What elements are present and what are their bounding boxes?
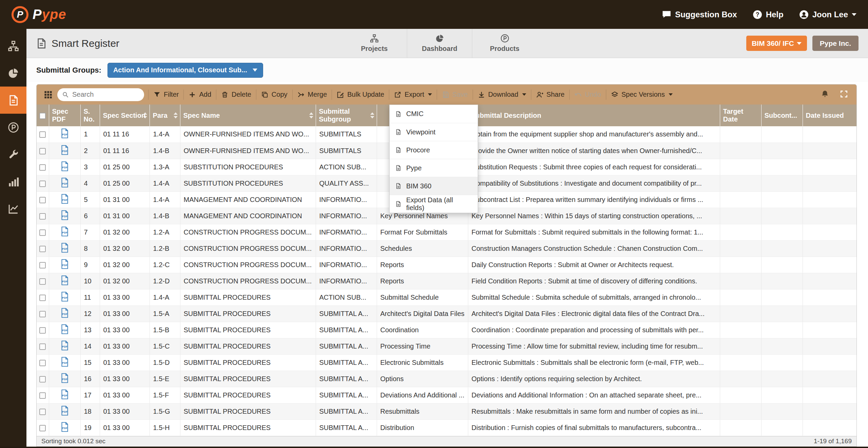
pdf-icon[interactable]: PDF — [60, 389, 69, 399]
pdf-icon[interactable]: PDF — [60, 406, 69, 416]
row-checkbox[interactable] — [39, 409, 46, 415]
subcontractor-cell[interactable] — [761, 338, 803, 354]
target-date-cell[interactable] — [720, 208, 761, 224]
export-menu-item[interactable]: Viewpoint — [390, 123, 478, 141]
notifications-button[interactable] — [821, 90, 829, 100]
user-menu[interactable]: Joon Lee — [799, 10, 856, 19]
sidebar-item-smart-register[interactable] — [0, 87, 26, 114]
tab-products[interactable]: Products — [472, 29, 537, 58]
pype-logo[interactable]: P Pype — [12, 6, 66, 23]
row-checkbox[interactable] — [39, 131, 46, 138]
export-menu-item[interactable]: Pype — [390, 159, 478, 177]
date-issued-cell[interactable] — [803, 191, 856, 208]
pdf-icon[interactable]: PDF — [60, 259, 69, 269]
sidebar-item-trends[interactable] — [0, 195, 26, 222]
submittal-groups-dropdown[interactable]: Action And Informational, Closeout Sub..… — [107, 63, 263, 78]
date-issued-cell[interactable] — [803, 143, 856, 159]
subcontractor-cell[interactable] — [761, 387, 803, 403]
export-menu-item[interactable]: CMIC — [390, 105, 478, 123]
target-date-cell[interactable] — [720, 354, 761, 371]
sort-icon[interactable] — [143, 112, 147, 118]
subcontractor-cell[interactable] — [761, 159, 803, 175]
col-s-no[interactable]: S. No. — [80, 105, 100, 126]
pdf-icon[interactable]: PDF — [60, 210, 69, 220]
pdf-icon[interactable]: PDF — [60, 243, 69, 253]
sort-icon[interactable] — [174, 112, 178, 118]
sort-icon[interactable] — [309, 112, 313, 118]
merge-button[interactable]: Merge — [293, 88, 332, 101]
target-date-cell[interactable] — [720, 224, 761, 240]
row-checkbox[interactable] — [39, 262, 46, 268]
date-issued-cell[interactable] — [803, 387, 856, 403]
date-issued-cell[interactable] — [803, 208, 856, 224]
subcontractor-cell[interactable] — [761, 208, 803, 224]
sort-icon[interactable] — [370, 112, 374, 118]
target-date-cell[interactable] — [720, 273, 761, 289]
tab-dashboard[interactable]: Dashboard — [407, 29, 472, 58]
pdf-icon[interactable]: PDF — [60, 308, 69, 318]
row-checkbox[interactable] — [39, 343, 46, 350]
add-button[interactable]: Add — [184, 88, 216, 101]
pdf-icon[interactable]: PDF — [60, 275, 69, 285]
sidebar-item-products[interactable] — [0, 114, 26, 141]
col-spec-name[interactable]: Spec Name — [180, 105, 316, 126]
target-date-cell[interactable] — [720, 305, 761, 322]
subcontractor-cell[interactable] — [761, 289, 803, 305]
target-date-cell[interactable] — [720, 387, 761, 403]
bim360-ifc-button[interactable]: BIM 360/ IFC — [746, 36, 807, 51]
help-button[interactable]: ? Help — [753, 10, 784, 19]
row-checkbox[interactable] — [39, 148, 46, 154]
pdf-icon[interactable]: PDF — [60, 340, 69, 351]
row-checkbox[interactable] — [39, 246, 46, 252]
col-spec-section[interactable]: Spec Section — [100, 105, 150, 126]
save-button[interactable]: Save — [437, 88, 473, 101]
export-menu-item[interactable]: Export Data (all fields) — [390, 195, 478, 213]
target-date-cell[interactable] — [720, 175, 761, 191]
row-checkbox[interactable] — [39, 327, 46, 334]
date-issued-cell[interactable] — [803, 159, 856, 175]
pdf-icon[interactable]: PDF — [60, 357, 69, 367]
target-date-cell[interactable] — [720, 143, 761, 159]
sidebar-item-analytics[interactable] — [0, 168, 26, 195]
subcontractor-cell[interactable] — [761, 419, 803, 436]
target-date-cell[interactable] — [720, 240, 761, 257]
target-date-cell[interactable] — [720, 419, 761, 436]
pdf-icon[interactable]: PDF — [60, 128, 69, 138]
download-button[interactable]: Download — [473, 88, 531, 101]
date-issued-cell[interactable] — [803, 305, 856, 322]
sidebar-item-dashboard[interactable] — [0, 59, 26, 87]
target-date-cell[interactable] — [720, 371, 761, 387]
target-date-cell[interactable] — [720, 322, 761, 338]
org-button[interactable]: Pype Inc. — [812, 36, 859, 51]
subcontractor-cell[interactable] — [761, 126, 803, 143]
target-date-cell[interactable] — [720, 159, 761, 175]
export-menu-item[interactable]: Procore — [390, 141, 478, 159]
col-submittal-subgroup[interactable]: Submittal Subgroup — [316, 105, 377, 126]
row-checkbox[interactable] — [39, 360, 46, 366]
date-issued-cell[interactable] — [803, 175, 856, 191]
target-date-cell[interactable] — [720, 289, 761, 305]
fullscreen-button[interactable] — [840, 90, 848, 100]
delete-button[interactable]: Delete — [216, 88, 256, 101]
share-button[interactable]: Share — [531, 88, 569, 101]
target-date-cell[interactable] — [720, 403, 761, 419]
date-issued-cell[interactable] — [803, 224, 856, 240]
row-checkbox[interactable] — [39, 181, 46, 187]
date-issued-cell[interactable] — [803, 419, 856, 436]
filter-button[interactable]: Filter — [149, 88, 183, 101]
pdf-icon[interactable]: PDF — [60, 292, 69, 302]
date-issued-cell[interactable] — [803, 126, 856, 143]
sidebar-item-projects[interactable] — [0, 32, 26, 59]
date-issued-cell[interactable] — [803, 257, 856, 273]
date-issued-cell[interactable] — [803, 403, 856, 419]
bulk-update-button[interactable]: Bulk Update — [332, 88, 389, 101]
pdf-icon[interactable]: PDF — [60, 324, 69, 334]
subcontractor-cell[interactable] — [761, 240, 803, 257]
subcontractor-cell[interactable] — [761, 305, 803, 322]
pdf-icon[interactable]: PDF — [60, 226, 69, 237]
pdf-icon[interactable]: PDF — [60, 145, 69, 155]
tab-projects[interactable]: Projects — [342, 29, 407, 58]
subcontractor-cell[interactable] — [761, 191, 803, 208]
subcontractor-cell[interactable] — [761, 257, 803, 273]
pdf-icon[interactable]: PDF — [60, 161, 69, 171]
